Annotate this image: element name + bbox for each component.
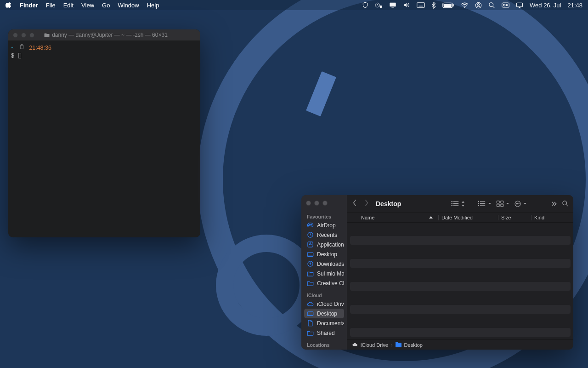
sidebar-item-label: Desktop	[317, 310, 337, 317]
overflow-button[interactable]	[550, 201, 557, 207]
finder-sidebar: Favourites AirDrop Recents Applications …	[301, 195, 347, 350]
svg-rect-43	[497, 201, 499, 203]
terminal-title: danny — danny@Jupiter — ~ — -zsh — 60×31	[52, 32, 168, 38]
folder-icon	[396, 343, 401, 347]
battery-icon[interactable]	[442, 2, 454, 8]
sidebar-item-airdrop[interactable]: AirDrop	[304, 220, 344, 230]
terminal-body[interactable]: ~ 21:48:36 $	[8, 40, 200, 237]
screen-mirroring-icon[interactable]	[516, 2, 523, 8]
user-icon[interactable]	[475, 2, 482, 9]
sidebar-item-documents[interactable]: Documents	[304, 318, 344, 328]
finder-path-bar[interactable]: iCloud Drive › Desktop	[347, 339, 573, 350]
svg-point-21	[506, 4, 508, 6]
menu-go[interactable]: Go	[102, 2, 110, 9]
path-segment-leaf[interactable]: Desktop	[404, 342, 423, 348]
sidebar-section-icloud: iCloud	[304, 291, 344, 299]
finder-column-headers[interactable]: Name Date Modified Size Kind	[347, 213, 573, 223]
sidebar-section-favourites: Favourites	[304, 212, 344, 220]
search-button[interactable]	[562, 200, 569, 207]
svg-point-20	[503, 4, 505, 6]
svg-rect-13	[444, 4, 452, 7]
menu-window[interactable]: Window	[118, 2, 139, 9]
display-icon[interactable]	[389, 2, 396, 8]
zoom-button[interactable]	[29, 33, 34, 38]
sidebar-item-label: Documents	[317, 320, 344, 327]
shield-icon[interactable]	[362, 2, 368, 8]
volume-icon[interactable]	[403, 2, 410, 8]
sidebar-item-downloads[interactable]: Downloads	[304, 259, 344, 269]
menu-view[interactable]: View	[81, 2, 94, 9]
sidebar-item-creativecloud[interactable]: Creative Cl…	[304, 278, 344, 288]
svg-point-35	[452, 203, 452, 204]
column-header-date[interactable]: Date Modified	[438, 215, 498, 220]
menubar-time[interactable]: 21:48	[567, 2, 582, 9]
share-button[interactable]	[496, 200, 509, 207]
sort-asc-icon	[429, 216, 433, 218]
svg-point-16	[477, 3, 479, 5]
svg-rect-5	[417, 3, 425, 8]
sidebar-item-label: iCloud Drive	[317, 301, 344, 307]
svg-point-49	[517, 203, 518, 204]
bluetooth-icon[interactable]	[431, 2, 436, 9]
svg-point-42	[478, 205, 479, 206]
terminal-titlebar[interactable]: danny — danny@Jupiter — ~ — -zsh — 60×31	[8, 29, 200, 40]
minimize-button[interactable]	[21, 33, 26, 38]
sidebar-item-label: Sul mio Mac	[317, 270, 344, 277]
sidebar-item-shared[interactable]: Shared	[304, 328, 344, 338]
apple-menu[interactable]	[6, 1, 12, 9]
svg-point-50	[519, 203, 519, 204]
sidebar-item-desktop-icloud[interactable]: Desktop	[304, 309, 344, 318]
column-header-kind[interactable]: Kind	[531, 215, 573, 220]
svg-line-18	[492, 6, 494, 8]
terminal-window[interactable]: danny — danny@Jupiter — ~ — -zsh — 60×31…	[8, 29, 200, 237]
close-button[interactable]	[13, 33, 18, 38]
menu-help[interactable]: Help	[147, 2, 159, 9]
folder-icon	[307, 270, 314, 277]
chevron-down-icon	[488, 202, 492, 205]
menubar-date[interactable]: Wed 26. Jul	[530, 2, 561, 9]
sidebar-item-sulmiomac[interactable]: Sul mio Mac	[304, 269, 344, 278]
zoom-button[interactable]	[322, 201, 328, 206]
finder-file-list[interactable]	[347, 223, 573, 339]
clipboard-icon	[19, 45, 26, 51]
timemachine-icon[interactable]: 0	[375, 2, 383, 8]
column-header-name[interactable]: Name	[361, 215, 438, 220]
close-button[interactable]	[306, 201, 311, 206]
svg-rect-4	[391, 7, 394, 7]
cloud-icon	[307, 300, 314, 307]
view-mode-button[interactable]	[451, 201, 465, 207]
menu-file[interactable]: File	[46, 2, 56, 9]
app-menu-finder[interactable]: Finder	[20, 2, 38, 9]
column-header-name-label: Name	[361, 215, 374, 220]
sidebar-item-recents[interactable]: Recents	[304, 230, 344, 240]
svg-point-41	[478, 203, 479, 204]
terminal-cursor	[18, 53, 21, 58]
svg-rect-22	[517, 3, 523, 6]
back-button[interactable]	[352, 199, 357, 208]
svg-point-17	[489, 2, 493, 6]
sidebar-item-desktop[interactable]: Desktop	[304, 249, 344, 259]
menu-edit[interactable]: Edit	[63, 2, 74, 9]
wifi-icon[interactable]	[461, 2, 469, 8]
action-button[interactable]	[514, 200, 527, 207]
svg-rect-12	[453, 4, 454, 6]
svg-point-14	[464, 7, 465, 8]
sidebar-item-applications[interactable]: Applications	[304, 240, 344, 249]
control-center-icon[interactable]	[502, 2, 509, 8]
group-button[interactable]	[478, 201, 492, 207]
forward-button[interactable]	[364, 199, 369, 208]
sidebar-item-label: Creative Cl…	[317, 280, 344, 287]
sidebar-item-iclouddrive[interactable]: iCloud Drive	[304, 299, 344, 309]
column-header-size[interactable]: Size	[498, 215, 531, 220]
spotlight-icon[interactable]	[488, 2, 495, 9]
finder-window[interactable]: Favourites AirDrop Recents Applications …	[301, 195, 573, 350]
sidebar-section-locations: Locations	[304, 340, 344, 349]
folder-icon	[307, 310, 314, 317]
sidebar-item-label: Desktop	[317, 251, 337, 258]
chevron-down-icon	[506, 202, 509, 205]
path-segment-root[interactable]: iCloud Drive	[361, 342, 388, 348]
keyboard-icon[interactable]	[417, 2, 425, 8]
clock-icon	[307, 231, 314, 238]
minimize-button[interactable]	[314, 201, 319, 206]
chevron-updown-icon	[461, 201, 465, 207]
